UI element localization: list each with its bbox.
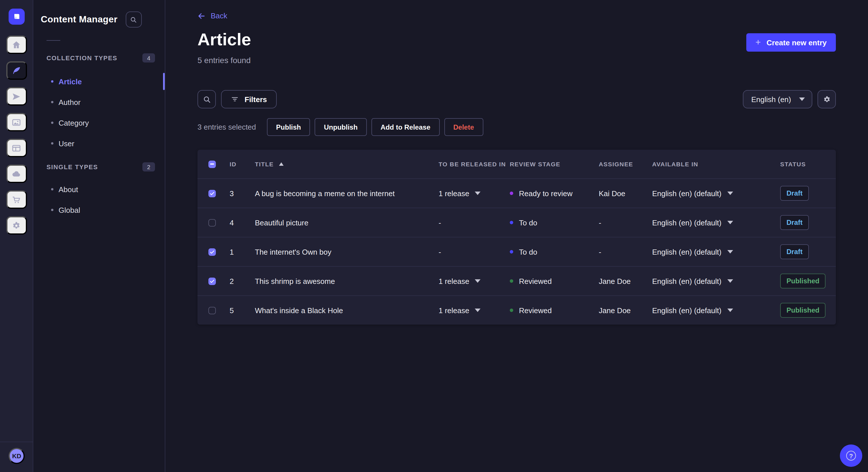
cell-review-stage: Reviewed — [510, 306, 599, 314]
cell-locale-dropdown[interactable]: English (en) (default) — [652, 306, 780, 314]
user-avatar[interactable]: KD — [9, 448, 25, 464]
cell-release-dropdown[interactable]: 1 release — [439, 189, 510, 198]
question-mark-icon: ? — [846, 451, 856, 461]
view-settings-button[interactable] — [817, 90, 836, 108]
chevron-down-icon — [799, 98, 805, 101]
cell-assignee: Kai Doe — [599, 189, 652, 198]
back-link[interactable]: Back — [197, 11, 227, 20]
main-content: Back Article 5 entries found + Create ne… — [165, 0, 868, 472]
cell-assignee: - — [599, 247, 652, 256]
media-library-images-icon[interactable] — [6, 113, 27, 131]
publish-button[interactable]: Publish — [267, 118, 310, 136]
row-checkbox[interactable] — [208, 219, 216, 226]
table-row[interactable]: 1 The internet's Own boy - To do - Engli… — [197, 237, 836, 266]
add-to-release-button[interactable]: Add to Release — [371, 118, 439, 136]
status-badge: Draft — [780, 244, 809, 259]
entries-table: ID TITLE TO BE RELEASED IN REVIEW STAGE … — [197, 150, 836, 325]
bullet-icon — [51, 209, 53, 211]
sidebar-item-author[interactable]: Author — [51, 98, 81, 107]
row-checkbox[interactable] — [208, 307, 216, 314]
cell-locale-dropdown[interactable]: English (en) (default) — [652, 277, 780, 285]
cell-id: 4 — [229, 218, 255, 227]
cell-review-stage: To do — [510, 247, 599, 256]
cell-locale-dropdown[interactable]: English (en) (default) — [652, 189, 780, 198]
row-checkbox[interactable] — [208, 277, 216, 285]
cell-release-dropdown[interactable]: 1 release — [439, 306, 510, 314]
marketplace-cart-icon[interactable] — [6, 191, 27, 209]
chevron-down-icon — [727, 192, 733, 195]
table-row[interactable]: 2 This shrimp is awesome 1 release Revie… — [197, 266, 836, 295]
cell-review-stage: To do — [510, 218, 599, 227]
cell-title: Beautiful picture — [255, 218, 439, 227]
table-header-row: ID TITLE TO BE RELEASED IN REVIEW STAGE … — [197, 150, 836, 178]
table-row[interactable]: 3 A bug is becoming a meme on the intern… — [197, 178, 836, 208]
column-header-assignee[interactable]: ASSIGNEE — [599, 161, 652, 167]
locale-select[interactable]: English (en) — [743, 90, 812, 108]
row-checkbox[interactable] — [208, 190, 216, 197]
sidebar-item-article[interactable]: Article — [51, 77, 82, 86]
cell-review-stage: Reviewed — [510, 277, 599, 285]
search-icon — [203, 95, 211, 103]
sidebar-item-about[interactable]: About — [51, 185, 78, 194]
status-badge: Published — [780, 303, 826, 318]
single-types-label: SINGLE TYPES — [46, 164, 98, 170]
sidebar-item-user[interactable]: User — [51, 139, 74, 148]
releases-paper-plane-icon[interactable] — [6, 87, 27, 105]
strapi-logo[interactable] — [9, 9, 25, 25]
column-header-id[interactable]: ID — [229, 161, 255, 167]
stage-dot — [510, 192, 513, 195]
delete-button[interactable]: Delete — [444, 118, 483, 136]
unpublish-button[interactable]: Unpublish — [315, 118, 367, 136]
subnav-title: Content Manager — [41, 14, 117, 25]
subnav-search-button[interactable] — [125, 11, 142, 28]
cell-title: This shrimp is awesome — [255, 277, 439, 285]
subnav-scrollbar-thumb[interactable] — [163, 73, 165, 90]
deploy-cloud-icon[interactable] — [6, 165, 27, 183]
help-button[interactable]: ? — [840, 444, 862, 467]
sidebar-item-category[interactable]: Category — [51, 118, 89, 127]
status-badge: Published — [780, 274, 826, 289]
create-new-entry-button[interactable]: + Create new entry — [746, 33, 836, 52]
settings-gear-icon[interactable] — [6, 216, 27, 235]
main-nav-rail: KD — [0, 0, 33, 472]
cell-id: 3 — [229, 189, 255, 198]
cell-locale-dropdown[interactable]: English (en) (default) — [652, 247, 780, 256]
cell-release: - — [439, 247, 510, 256]
cell-assignee: - — [599, 218, 652, 227]
select-all-checkbox[interactable] — [208, 160, 216, 168]
cell-release-dropdown[interactable]: 1 release — [439, 277, 510, 285]
chevron-down-icon — [727, 279, 733, 283]
table-row[interactable]: 4 Beautiful picture - To do - English (e… — [197, 208, 836, 237]
search-button[interactable] — [197, 90, 216, 108]
home-icon[interactable] — [6, 36, 27, 54]
sidebar-item-global[interactable]: Global — [51, 205, 80, 214]
rail-divider — [0, 442, 33, 442]
gear-icon — [823, 95, 831, 103]
cell-assignee: Jane Doe — [599, 277, 652, 285]
selection-summary: 3 entries selected — [197, 123, 256, 131]
single-types-count-badge: 2 — [143, 162, 155, 171]
chevron-down-icon — [727, 308, 733, 312]
column-header-available[interactable]: AVAILABLE IN — [652, 161, 780, 167]
cell-locale-dropdown[interactable]: English (en) (default) — [652, 218, 780, 227]
column-header-status[interactable]: STATUS — [780, 161, 836, 167]
stage-dot — [510, 250, 513, 254]
column-header-title[interactable]: TITLE — [255, 161, 439, 167]
cell-release: - — [439, 218, 510, 227]
row-checkbox[interactable] — [208, 248, 216, 256]
cell-assignee: Jane Doe — [599, 306, 652, 314]
content-manager-feather-icon[interactable] — [6, 61, 27, 80]
cell-title: A bug is becoming a meme on the internet — [255, 189, 439, 198]
content-type-builder-layout-icon[interactable] — [6, 139, 27, 157]
entries-count: 5 entries found — [197, 56, 251, 65]
collection-types-count-badge: 4 — [143, 53, 155, 63]
table-row[interactable]: 5 What's inside a Black Hole 1 release R… — [197, 295, 836, 325]
chevron-down-icon — [475, 308, 481, 312]
column-header-release[interactable]: TO BE RELEASED IN — [439, 161, 510, 167]
column-header-stage[interactable]: REVIEW STAGE — [510, 161, 599, 167]
bulk-actions-bar: 3 entries selected Publish Unpublish Add… — [197, 118, 483, 136]
plus-icon: + — [755, 38, 761, 47]
cell-id: 1 — [229, 247, 255, 256]
chevron-down-icon — [475, 279, 481, 283]
filters-button[interactable]: Filters — [221, 90, 277, 108]
